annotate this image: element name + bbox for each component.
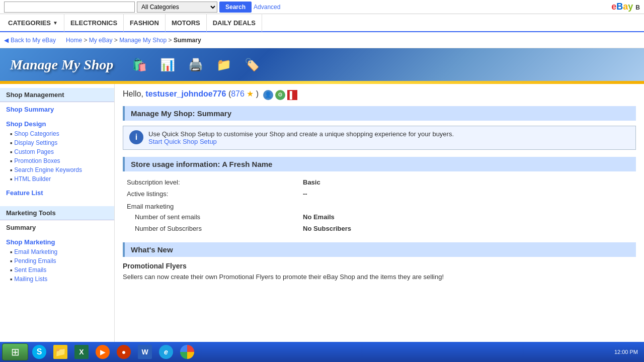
nav-motors[interactable]: MOTORS (166, 14, 207, 32)
content-area: Hello, testuser_johndoe776 (876 ★ ) 👤 ⚙ … (115, 84, 644, 362)
back-to-ebay-text: Back to My eBay (11, 37, 56, 44)
taskbar-ie[interactable]: e (156, 343, 176, 360)
sidebar-mailing-lists[interactable]: Mailing Lists (0, 275, 114, 284)
marketing-tools-section: Marketing Tools (0, 206, 114, 220)
nav-fashion[interactable]: FASHION (124, 14, 166, 32)
nav-daily-deals[interactable]: DAILY DEALS (207, 14, 262, 32)
user-icons: 👤 ⚙ ▌ (263, 90, 297, 100)
promo-flyers-title: Promotional Flyers (123, 262, 636, 270)
search-input[interactable] (4, 2, 135, 13)
banner-title: Manage My Shop (10, 57, 113, 73)
back-to-ebay-link[interactable]: ◀ Back to My eBay (4, 37, 56, 44)
subscription-value: Basic (299, 176, 636, 188)
taskbar-chrome[interactable] (177, 343, 197, 360)
whats-new-title: What's New (123, 242, 636, 257)
advanced-search-link[interactable]: Advanced (254, 4, 280, 11)
sidebar-sent-emails[interactable]: Sent Emails (0, 265, 114, 275)
info-content: Use Quick Shop Setup to customise your S… (148, 130, 454, 145)
ie-icon: e (159, 345, 173, 359)
taskbar-word[interactable]: W (135, 343, 155, 360)
nav-categories[interactable]: CATEGORIES ▼ (2, 14, 64, 32)
sidebar-shop-marketing[interactable]: Shop Marketing (0, 237, 114, 247)
nav-bar: CATEGORIES ▼ ELECTRONICS FASHION MOTORS … (0, 14, 644, 32)
sidebar-html-builder[interactable]: HTML Builder (0, 174, 114, 184)
category-select[interactable]: All Categories (137, 2, 217, 13)
quick-shop-setup-link[interactable]: Start Quick Shop Setup (148, 138, 217, 145)
banner-icon-tag: 🏷️ (241, 54, 263, 76)
email-marketing-label: Email marketing (123, 200, 636, 211)
nav-electronics[interactable]: ELECTRONICS (64, 14, 124, 32)
sidebar: Shop Management Shop Summary Shop Design… (0, 84, 115, 362)
fashion-label: FASHION (130, 19, 159, 27)
sent-emails-label: Number of sent emails (123, 211, 299, 223)
banner-icons: 🛍️ 📊 🖨️ 📁 🏷️ (128, 54, 263, 76)
taskbar-folder[interactable]: 📁 (50, 343, 70, 360)
breadcrumb-home[interactable]: Home (66, 37, 82, 44)
breadcrumb-my-ebay[interactable]: My eBay (89, 37, 113, 44)
ebay-logo-area: eBay B (611, 2, 640, 12)
banner: Manage My Shop 🛍️ 📊 🖨️ 📁 🏷️ (0, 48, 644, 81)
active-listings-label: Active listings: (123, 188, 299, 200)
sidebar-email-marketing[interactable]: Email Marketing (0, 247, 114, 256)
word-icon: W (138, 345, 152, 359)
banner-icon-printer: 🖨️ (185, 54, 207, 76)
subscribers-label: Number of Subscribers (123, 223, 299, 234)
sidebar-promotion-boxes[interactable]: Promotion Boxes (0, 156, 114, 165)
hello-paren-close: ) (256, 89, 261, 98)
table-row: Number of sent emails No Emails (123, 211, 636, 223)
user-preferences-icon[interactable]: 👤 (263, 90, 273, 100)
daily-deals-label: DAILY DEALS (213, 19, 256, 27)
table-row: Number of Subscribers No Subscribers (123, 223, 636, 234)
store-section-title: Store usage information: A Fresh Name (123, 157, 636, 171)
info-box: i Use Quick Shop Setup to customise your… (123, 126, 636, 150)
hello-bar: Hello, testuser_johndoe776 (876 ★ ) 👤 ⚙ … (123, 89, 636, 100)
info-icon: i (129, 130, 143, 144)
subscribers-value: No Subscribers (299, 223, 636, 234)
red-app-icon: ● (117, 345, 131, 359)
store-info-table: Subscription level: Basic Active listing… (123, 176, 636, 234)
taskbar-skype[interactable]: S (29, 343, 49, 360)
motors-label: MOTORS (172, 19, 200, 27)
info-message: Use Quick Shop Setup to customise your S… (148, 130, 454, 138)
taskbar-clock: 12:00 PM (614, 349, 642, 355)
media-player-icon: ▶ (96, 345, 110, 359)
user-settings-icon[interactable]: ⚙ (275, 90, 285, 100)
promo-flyers-text: Sellers can now create their own Promoti… (123, 273, 636, 281)
sidebar-shop-categories[interactable]: Shop Categories (0, 129, 114, 138)
shop-management-section: Shop Management (0, 88, 114, 102)
back-arrow-icon: ◀ (4, 37, 9, 44)
username-link[interactable]: testuser_johndoe776 (145, 89, 226, 98)
taskbar-media-player[interactable]: ▶ (93, 343, 113, 360)
subscription-label: Subscription level: (123, 176, 299, 188)
skype-icon: S (32, 345, 46, 359)
breadcrumb-current: Summary (174, 37, 201, 44)
sidebar-display-settings[interactable]: Display Settings (0, 138, 114, 147)
sidebar-search-engine-keywords[interactable]: Search Engine Keywords (0, 165, 114, 174)
banner-icon-folder: 📁 (213, 54, 235, 76)
hello-text: Hello, (123, 89, 145, 98)
sidebar-pending-emails[interactable]: Pending Emails (0, 256, 114, 265)
star-icon: ★ (247, 89, 254, 98)
taskbar-red-app[interactable]: ● (114, 343, 134, 360)
active-listings-value: -- (299, 188, 636, 200)
excel-icon: X (74, 345, 89, 359)
sidebar-shop-design[interactable]: Shop Design (0, 119, 114, 129)
table-row: Active listings: -- (123, 188, 636, 200)
sidebar-feature-list[interactable]: Feature List (0, 188, 114, 198)
top-search-bar: All Categories Search Advanced eBay B (0, 0, 644, 14)
breadcrumb-manage-shop[interactable]: Manage My Shop (119, 37, 167, 44)
taskbar-excel[interactable]: X (71, 343, 92, 360)
table-row: Subscription level: Basic (123, 176, 636, 188)
score-link[interactable]: 876 (231, 89, 245, 98)
sent-emails-value: No Emails (299, 211, 636, 223)
user-alert-icon[interactable]: ▌ (287, 90, 297, 100)
main-layout: Shop Management Shop Summary Shop Design… (0, 84, 644, 362)
search-button[interactable]: Search (219, 2, 252, 13)
banner-icon-bag: 🛍️ (128, 54, 150, 76)
banner-icon-chart: 📊 (156, 54, 179, 76)
categories-arrow-icon: ▼ (53, 20, 58, 26)
sidebar-summary[interactable]: Summary (0, 222, 114, 233)
sidebar-custom-pages[interactable]: Custom Pages (0, 147, 114, 156)
start-button[interactable]: ⊞ (2, 343, 28, 360)
sidebar-shop-summary[interactable]: Shop Summary (0, 104, 114, 115)
